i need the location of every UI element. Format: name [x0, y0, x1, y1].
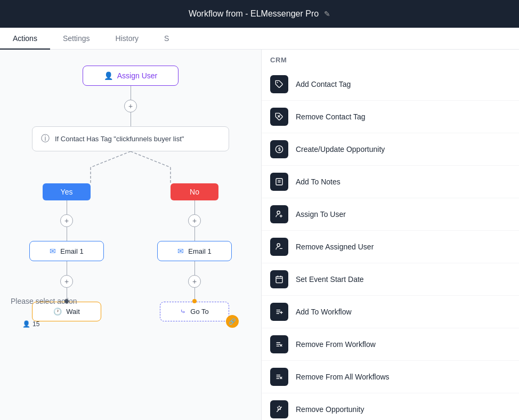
edit-icon[interactable]: ✎ [324, 10, 330, 18]
svg-point-4 [277, 82, 278, 83]
goto-node-wrapper: ⤷ Go To 🔗 [160, 302, 229, 321]
yes-v-line-1 [67, 200, 67, 214]
action-icon-create-update-opportunity: $ [270, 140, 288, 158]
please-select-action: Please select action [11, 297, 77, 305]
assign-user-label: Assign User [117, 71, 157, 80]
no-v-line-2 [194, 227, 195, 241]
action-label-add-to-workflow: Add To Workflow [296, 308, 352, 316]
action-icon-remove-contact-tag [270, 108, 288, 126]
user-icon: 👤 [22, 320, 30, 328]
canvas-inner: 👤 Assign User + ⓘ If Contact Has Tag "cl… [0, 60, 261, 321]
connector-1: + [124, 86, 137, 126]
action-icon-remove-assigned-user [270, 238, 288, 256]
goto-icon: ⤷ [180, 308, 186, 316]
branch-svg [48, 151, 213, 183]
action-label-remove-assigned-user: Remove Assigned User [296, 243, 374, 251]
action-icon-add-contact-tag [270, 75, 288, 93]
assign-user-icon: 👤 [104, 71, 113, 80]
no-v-line-1 [194, 200, 195, 214]
action-icon-add-to-notes [270, 173, 288, 191]
main-content: 👤 Assign User + ⓘ If Contact Has Tag "cl… [0, 50, 519, 420]
action-label-assign-to-user: Assign To User [296, 210, 346, 219]
v-line-1 [131, 86, 131, 100]
action-item-assign-to-user[interactable]: Assign To User [262, 198, 519, 231]
action-item-remove-opportunity[interactable]: Remove Opportunity [262, 393, 519, 420]
action-label-remove-contact-tag: Remove Contact Tag [296, 112, 365, 121]
header-title: Workflow from - ELMessenger Pro [189, 9, 319, 19]
add-button-1[interactable]: + [124, 100, 137, 112]
action-list: Add Contact Tag Remove Contact Tag $ Cre… [262, 68, 519, 420]
action-label-add-contact-tag: Add Contact Tag [296, 80, 351, 88]
no-connector: + [188, 200, 201, 241]
no-email-label: Email 1 [188, 247, 211, 255]
action-label-remove-opportunity: Remove Opportunity [296, 405, 364, 414]
assign-user-node[interactable]: 👤 Assign User [83, 66, 179, 86]
action-item-add-to-notes[interactable]: Add To Notes [262, 166, 519, 198]
no-button[interactable]: No [171, 183, 218, 200]
action-item-remove-assigned-user[interactable]: Remove Assigned User [262, 231, 519, 263]
yes-button[interactable]: Yes [43, 183, 91, 200]
svg-line-2 [131, 151, 171, 167]
action-item-add-contact-tag[interactable]: Add Contact Tag [262, 68, 519, 101]
goto-label: Go To [190, 308, 208, 316]
link-badge: 🔗 [226, 315, 239, 328]
yes-v-line-2 [67, 227, 67, 241]
action-icon-set-event-start-date [270, 270, 288, 288]
action-icon-remove-opportunity [270, 400, 288, 418]
wait-icon: 🕐 [53, 308, 62, 316]
yes-email-label: Email 1 [60, 247, 83, 255]
action-item-set-event-start-date[interactable]: Set Event Start Date [262, 263, 519, 296]
action-item-add-to-workflow[interactable]: Add To Workflow [262, 296, 519, 328]
no-email-icon: ✉ [177, 247, 184, 255]
goto-dot-top [192, 299, 197, 303]
tab-settings[interactable]: Settings [50, 28, 103, 49]
no-connector-2: + [188, 261, 201, 302]
svg-line-0 [91, 151, 131, 167]
action-icon-remove-from-workflow [270, 335, 288, 353]
user-count: 15 [33, 320, 39, 328]
action-label-add-to-notes: Add To Notes [296, 177, 340, 186]
action-label-create-update-opportunity: Create/Update Opportunity [296, 145, 385, 154]
action-icon-remove-from-all-workflows [270, 368, 288, 386]
workflow-canvas: 👤 Assign User + ⓘ If Contact Has Tag "cl… [0, 50, 261, 420]
yes-email-icon: ✉ [50, 247, 56, 255]
tab-s[interactable]: S [151, 28, 182, 49]
action-icon-assign-to-user [270, 205, 288, 223]
svg-rect-17 [276, 277, 282, 283]
svg-point-12 [277, 211, 280, 214]
no-add-button[interactable]: + [188, 214, 201, 227]
yes-v-line-3 [67, 261, 67, 275]
help-icon: ⓘ [41, 133, 50, 144]
yes-email-node[interactable]: ✉ Email 1 [29, 241, 104, 261]
action-label-remove-from-workflow: Remove From Workflow [296, 340, 376, 349]
tab-actions[interactable]: Actions [0, 28, 50, 49]
panel-section-header: CRM [262, 50, 519, 68]
v-line-2 [131, 112, 131, 126]
svg-point-15 [277, 244, 280, 246]
app-header: Workflow from - ELMessenger Pro ✎ [0, 0, 519, 28]
action-item-remove-from-workflow[interactable]: Remove From Workflow [262, 328, 519, 361]
yes-add-button-2[interactable]: + [60, 275, 73, 288]
action-label-set-event-start-date: Set Event Start Date [296, 275, 364, 284]
action-item-remove-contact-tag[interactable]: Remove Contact Tag [262, 101, 519, 133]
yes-connector-2: + [60, 261, 73, 302]
no-add-button-2[interactable]: + [188, 275, 201, 288]
condition-text: If Contact Has Tag "clickfunnels buyer l… [55, 135, 184, 143]
action-item-remove-from-all-workflows[interactable]: Remove From All Workflows [262, 361, 519, 393]
action-label-remove-from-all-workflows: Remove From All Workflows [296, 373, 390, 381]
goto-node[interactable]: ⤷ Go To [160, 302, 229, 321]
no-branch: No + ✉ Email 1 + [157, 183, 232, 321]
tab-history[interactable]: History [103, 28, 152, 49]
action-item-create-update-opportunity[interactable]: $ Create/Update Opportunity [262, 133, 519, 166]
user-badge: 👤 15 [22, 320, 39, 328]
wait-label: Wait [66, 308, 80, 316]
no-v-line-3 [194, 261, 195, 275]
right-panel: CRM Add Contact Tag Remove Contact Tag $… [261, 50, 519, 420]
svg-text:$: $ [278, 147, 281, 152]
condition-node[interactable]: ⓘ If Contact Has Tag "clickfunnels buyer… [32, 126, 229, 151]
yes-add-button[interactable]: + [60, 214, 73, 227]
tabs-bar: Actions Settings History S [0, 28, 519, 50]
yes-connector: + [60, 200, 73, 241]
action-icon-add-to-workflow [270, 303, 288, 321]
no-email-node[interactable]: ✉ Email 1 [157, 241, 232, 261]
